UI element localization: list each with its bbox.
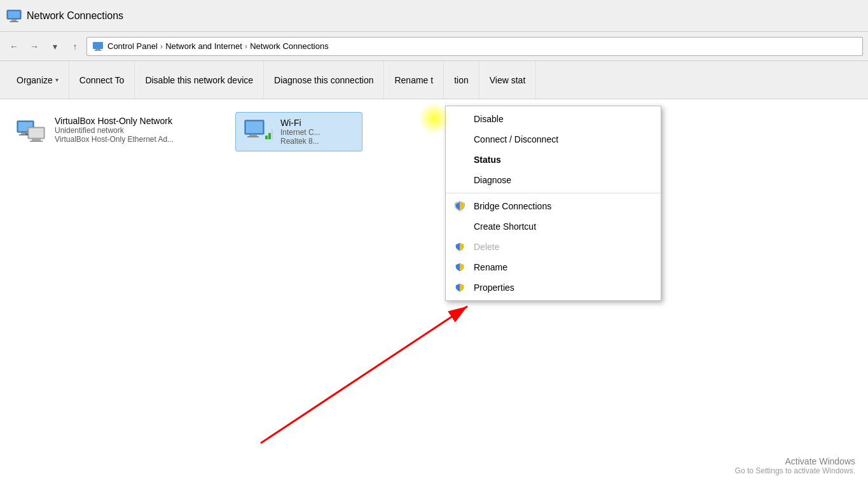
menu-item-diagnose[interactable]: Diagnose [446, 170, 661, 190]
rename-shield-icon [453, 261, 466, 274]
breadcrumb-network-internet[interactable]: Network and Internet [165, 41, 242, 51]
delete-shield-icon [453, 241, 466, 253]
virtualbox-detail1: Unidentified network [55, 126, 174, 135]
wifi-detail2: Realtek 8... [280, 137, 320, 146]
virtualbox-name: VirtualBox Host-Only Network [55, 116, 174, 126]
disable-device-button[interactable]: Disable this network device [135, 61, 264, 99]
svg-rect-5 [94, 50, 102, 51]
breadcrumb-sep2: › [245, 41, 247, 51]
svg-rect-11 [32, 139, 41, 141]
svg-rect-12 [30, 141, 43, 142]
svg-rect-13 [29, 129, 43, 137]
svg-rect-4 [95, 49, 100, 50]
menu-item-create-shortcut[interactable]: Create Shortcut [446, 216, 661, 237]
app-icon [6, 8, 22, 24]
menu-item-delete[interactable]: Delete [446, 237, 661, 257]
svg-rect-20 [272, 129, 273, 139]
wifi-detail1: Internet C... [280, 128, 320, 137]
rename-button[interactable]: Rename t [384, 61, 444, 99]
svg-rect-19 [268, 133, 271, 139]
up-button[interactable]: ↑ [66, 38, 84, 55]
menu-item-rename[interactable]: Rename [446, 257, 661, 277]
properties-shield-icon [453, 281, 466, 294]
tion-button[interactable]: tion [444, 61, 479, 99]
breadcrumb-network-connections[interactable]: Network Connections [250, 41, 329, 51]
svg-rect-15 [246, 122, 263, 133]
svg-rect-3 [93, 42, 103, 49]
virtualbox-detail2: VirtualBox Host-Only Ethernet Ad... [55, 135, 174, 144]
svg-rect-18 [265, 136, 268, 139]
svg-rect-16 [249, 134, 257, 136]
bridge-shield-icon [453, 200, 466, 213]
virtualbox-network-item[interactable]: VirtualBox Host-Only Network Unidentifie… [13, 112, 216, 150]
svg-rect-17 [247, 136, 259, 137]
view-stat-button[interactable]: View stat [479, 61, 537, 99]
toolbar: Organize ▾ Connect To Disable this netwo… [0, 61, 868, 99]
main-content: VirtualBox Host-Only Network Unidentifie… [0, 99, 868, 488]
wifi-info: Wi-Fi Internet C... Realtek 8... [280, 118, 320, 146]
menu-item-status[interactable]: Status [446, 150, 661, 170]
wifi-icon [242, 116, 273, 147]
breadcrumb-box[interactable]: Control Panel › Network and Internet › N… [86, 37, 863, 56]
annotation-arrow [0, 99, 868, 488]
wifi-name: Wi-Fi [280, 118, 320, 128]
menu-item-bridge[interactable]: Bridge Connections [446, 196, 661, 216]
dropdown-button[interactable]: ▾ [46, 38, 64, 55]
menu-item-properties[interactable]: Properties [446, 277, 661, 298]
title-bar: Network Connections [0, 0, 868, 32]
menu-separator-1 [446, 193, 661, 193]
svg-rect-2 [10, 21, 18, 22]
svg-rect-1 [11, 19, 17, 21]
organize-button[interactable]: Organize ▾ [6, 61, 69, 99]
diagnose-button[interactable]: Diagnose this connection [264, 61, 384, 99]
organize-arrow: ▾ [55, 76, 59, 83]
forward-button[interactable]: → [25, 38, 43, 55]
address-bar: ← → ▾ ↑ Control Panel › Network and Inte… [0, 32, 868, 61]
menu-item-connect-disconnect[interactable]: Connect / Disconnect [446, 129, 661, 150]
back-button[interactable]: ← [5, 38, 23, 55]
virtualbox-info: VirtualBox Host-Only Network Unidentifie… [55, 116, 174, 144]
menu-item-disable[interactable]: Disable [446, 109, 661, 129]
wifi-network-item[interactable]: Wi-Fi Internet C... Realtek 8... [235, 112, 362, 151]
breadcrumb-sep1: › [160, 41, 163, 51]
svg-line-22 [261, 307, 467, 443]
breadcrumb-control-panel[interactable]: Control Panel [107, 41, 158, 51]
context-menu: Disable Connect / Disconnect Status Diag… [445, 106, 661, 301]
connect-to-button[interactable]: Connect To [69, 61, 135, 99]
window-title: Network Connections [27, 10, 123, 22]
virtualbox-icon [17, 116, 47, 146]
